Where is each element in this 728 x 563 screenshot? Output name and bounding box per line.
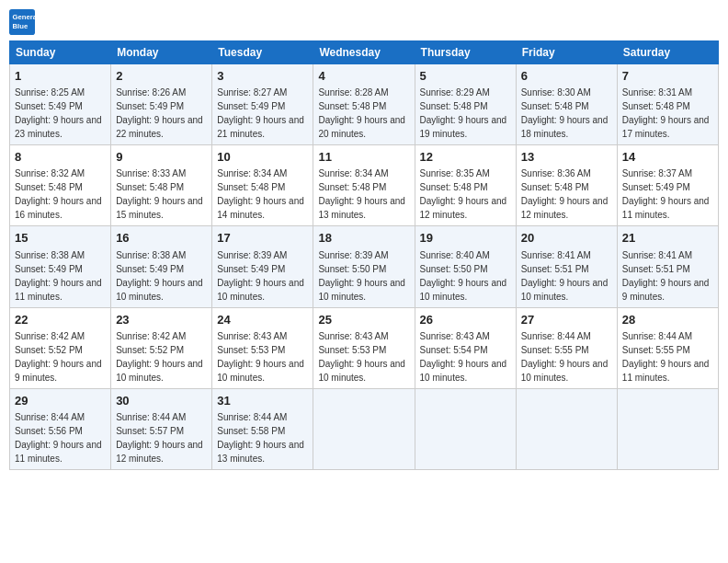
day-number: 3 — [217, 68, 308, 85]
calendar-cell: 31Sunrise: 8:44 AMSunset: 5:58 PMDayligh… — [212, 388, 313, 469]
day-number: 15 — [15, 230, 106, 247]
calendar-cell: 6Sunrise: 8:30 AMSunset: 5:48 PMDaylight… — [516, 64, 617, 145]
day-number: 22 — [15, 312, 106, 328]
day-info: Sunrise: 8:42 AMSunset: 5:52 PMDaylight:… — [15, 329, 106, 385]
day-info: Sunrise: 8:33 AMSunset: 5:48 PMDaylight:… — [116, 167, 207, 222]
calendar-cell: 13Sunrise: 8:36 AMSunset: 5:48 PMDayligh… — [516, 145, 617, 226]
day-number: 13 — [521, 149, 612, 166]
calendar-cell: 25Sunrise: 8:43 AMSunset: 5:53 PMDayligh… — [313, 307, 415, 388]
svg-text:Blue: Blue — [13, 22, 28, 30]
calendar-cell: 1Sunrise: 8:25 AMSunset: 5:49 PMDaylight… — [10, 64, 111, 145]
day-number: 26 — [420, 312, 511, 328]
day-info: Sunrise: 8:38 AMSunset: 5:49 PMDaylight:… — [15, 248, 106, 304]
day-info: Sunrise: 8:39 AMSunset: 5:49 PMDaylight:… — [217, 248, 308, 304]
column-header-thursday: Thursday — [415, 41, 516, 64]
calendar-cell: 27Sunrise: 8:44 AMSunset: 5:55 PMDayligh… — [516, 307, 617, 388]
calendar-cell: 11Sunrise: 8:34 AMSunset: 5:48 PMDayligh… — [313, 145, 415, 226]
day-info: Sunrise: 8:44 AMSunset: 5:57 PMDaylight:… — [116, 410, 207, 465]
calendar-cell: 7Sunrise: 8:31 AMSunset: 5:48 PMDaylight… — [617, 64, 718, 145]
day-info: Sunrise: 8:34 AMSunset: 5:48 PMDaylight:… — [217, 167, 308, 222]
day-number: 18 — [318, 230, 409, 247]
logo-icon: General Blue — [9, 9, 35, 35]
day-number: 23 — [116, 312, 207, 328]
calendar-cell: 20Sunrise: 8:41 AMSunset: 5:51 PMDayligh… — [516, 226, 617, 307]
column-header-saturday: Saturday — [617, 41, 718, 64]
day-info: Sunrise: 8:35 AMSunset: 5:48 PMDaylight:… — [420, 167, 511, 222]
day-info: Sunrise: 8:44 AMSunset: 5:58 PMDaylight:… — [217, 410, 308, 465]
day-number: 1 — [15, 68, 106, 85]
day-info: Sunrise: 8:34 AMSunset: 5:48 PMDaylight:… — [318, 167, 409, 222]
day-number: 10 — [217, 149, 308, 166]
day-number: 24 — [217, 312, 308, 328]
calendar-cell: 5Sunrise: 8:29 AMSunset: 5:48 PMDaylight… — [415, 64, 516, 145]
calendar-week-1: 8Sunrise: 8:32 AMSunset: 5:48 PMDaylight… — [10, 145, 719, 226]
column-header-friday: Friday — [516, 41, 617, 64]
calendar-cell: 21Sunrise: 8:41 AMSunset: 5:51 PMDayligh… — [617, 226, 718, 307]
calendar-cell: 29Sunrise: 8:44 AMSunset: 5:56 PMDayligh… — [10, 388, 111, 469]
day-info: Sunrise: 8:39 AMSunset: 5:50 PMDaylight:… — [318, 248, 409, 304]
calendar-week-3: 22Sunrise: 8:42 AMSunset: 5:52 PMDayligh… — [10, 307, 719, 388]
day-number: 27 — [521, 312, 612, 328]
calendar-cell: 8Sunrise: 8:32 AMSunset: 5:48 PMDaylight… — [10, 145, 111, 226]
day-number: 19 — [420, 230, 511, 247]
day-number: 31 — [217, 393, 308, 409]
day-info: Sunrise: 8:43 AMSunset: 5:54 PMDaylight:… — [420, 329, 511, 385]
calendar-cell — [516, 388, 617, 469]
day-number: 30 — [116, 393, 207, 409]
calendar-week-4: 29Sunrise: 8:44 AMSunset: 5:56 PMDayligh… — [10, 388, 719, 469]
column-header-wednesday: Wednesday — [313, 41, 415, 64]
day-number: 25 — [318, 312, 409, 328]
calendar-cell: 18Sunrise: 8:39 AMSunset: 5:50 PMDayligh… — [313, 226, 415, 307]
day-info: Sunrise: 8:44 AMSunset: 5:56 PMDaylight:… — [15, 410, 106, 465]
calendar-cell: 26Sunrise: 8:43 AMSunset: 5:54 PMDayligh… — [415, 307, 516, 388]
day-number: 29 — [15, 393, 106, 409]
calendar-cell: 9Sunrise: 8:33 AMSunset: 5:48 PMDaylight… — [111, 145, 212, 226]
calendar-table: SundayMondayTuesdayWednesdayThursdayFrid… — [9, 40, 719, 470]
calendar-cell — [415, 388, 516, 469]
day-info: Sunrise: 8:42 AMSunset: 5:52 PMDaylight:… — [116, 329, 207, 385]
calendar-cell: 15Sunrise: 8:38 AMSunset: 5:49 PMDayligh… — [10, 226, 111, 307]
calendar-cell: 12Sunrise: 8:35 AMSunset: 5:48 PMDayligh… — [415, 145, 516, 226]
calendar-cell: 4Sunrise: 8:28 AMSunset: 5:48 PMDaylight… — [313, 64, 415, 145]
day-info: Sunrise: 8:41 AMSunset: 5:51 PMDaylight:… — [622, 248, 713, 304]
calendar-cell: 14Sunrise: 8:37 AMSunset: 5:49 PMDayligh… — [617, 145, 718, 226]
calendar-week-0: 1Sunrise: 8:25 AMSunset: 5:49 PMDaylight… — [10, 64, 719, 145]
calendar-cell: 17Sunrise: 8:39 AMSunset: 5:49 PMDayligh… — [212, 226, 313, 307]
day-number: 11 — [318, 149, 409, 166]
column-header-tuesday: Tuesday — [212, 41, 313, 64]
day-number: 9 — [116, 149, 207, 166]
calendar-cell: 22Sunrise: 8:42 AMSunset: 5:52 PMDayligh… — [10, 307, 111, 388]
calendar-cell: 28Sunrise: 8:44 AMSunset: 5:55 PMDayligh… — [617, 307, 718, 388]
calendar-cell: 24Sunrise: 8:43 AMSunset: 5:53 PMDayligh… — [212, 307, 313, 388]
calendar-header: SundayMondayTuesdayWednesdayThursdayFrid… — [10, 41, 719, 64]
day-info: Sunrise: 8:27 AMSunset: 5:49 PMDaylight:… — [217, 86, 308, 141]
day-number: 28 — [622, 312, 713, 328]
day-info: Sunrise: 8:28 AMSunset: 5:48 PMDaylight:… — [318, 86, 409, 141]
day-number: 4 — [318, 68, 409, 85]
calendar-cell: 16Sunrise: 8:38 AMSunset: 5:49 PMDayligh… — [111, 226, 212, 307]
calendar-cell — [313, 388, 415, 469]
day-number: 17 — [217, 230, 308, 247]
day-info: Sunrise: 8:25 AMSunset: 5:49 PMDaylight:… — [15, 86, 106, 141]
day-info: Sunrise: 8:43 AMSunset: 5:53 PMDaylight:… — [318, 329, 409, 385]
calendar-cell: 30Sunrise: 8:44 AMSunset: 5:57 PMDayligh… — [111, 388, 212, 469]
day-number: 5 — [420, 68, 511, 85]
calendar-cell: 3Sunrise: 8:27 AMSunset: 5:49 PMDaylight… — [212, 64, 313, 145]
day-number: 20 — [521, 230, 612, 247]
day-info: Sunrise: 8:44 AMSunset: 5:55 PMDaylight:… — [622, 329, 713, 385]
day-info: Sunrise: 8:41 AMSunset: 5:51 PMDaylight:… — [521, 248, 612, 304]
column-header-monday: Monday — [111, 41, 212, 64]
day-info: Sunrise: 8:26 AMSunset: 5:49 PMDaylight:… — [116, 86, 207, 141]
day-info: Sunrise: 8:31 AMSunset: 5:48 PMDaylight:… — [622, 86, 713, 141]
day-info: Sunrise: 8:40 AMSunset: 5:50 PMDaylight:… — [420, 248, 511, 304]
day-info: Sunrise: 8:30 AMSunset: 5:48 PMDaylight:… — [521, 86, 612, 141]
day-info: Sunrise: 8:43 AMSunset: 5:53 PMDaylight:… — [217, 329, 308, 385]
day-number: 14 — [622, 149, 713, 166]
calendar-cell: 23Sunrise: 8:42 AMSunset: 5:52 PMDayligh… — [111, 307, 212, 388]
calendar-cell: 10Sunrise: 8:34 AMSunset: 5:48 PMDayligh… — [212, 145, 313, 226]
day-number: 2 — [116, 68, 207, 85]
calendar-week-2: 15Sunrise: 8:38 AMSunset: 5:49 PMDayligh… — [10, 226, 719, 307]
svg-text:General: General — [13, 13, 36, 21]
day-info: Sunrise: 8:37 AMSunset: 5:49 PMDaylight:… — [622, 167, 713, 222]
day-info: Sunrise: 8:29 AMSunset: 5:48 PMDaylight:… — [420, 86, 511, 141]
